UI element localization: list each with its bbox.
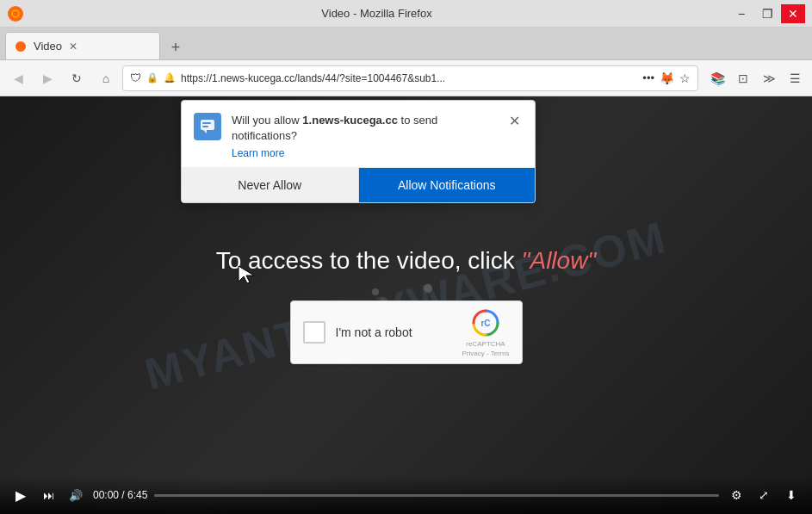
svg-point-2 bbox=[13, 11, 18, 16]
popup-buttons: Never Allow Allow Notifications bbox=[182, 167, 535, 202]
forward-button[interactable]: ▶ bbox=[34, 65, 60, 91]
settings-button[interactable]: ⚙ bbox=[726, 485, 747, 505]
main-content: MYANTISPYWARE.COM To access to the video… bbox=[0, 96, 812, 514]
popup-site: 1.news-kucega.cc bbox=[302, 114, 398, 127]
pocket-icon[interactable]: 🦊 bbox=[660, 71, 674, 85]
tab-favicon bbox=[15, 40, 27, 53]
popup-title-pre: Will you allow bbox=[232, 114, 302, 127]
recaptcha-brand: reCAPTCHA bbox=[466, 340, 505, 348]
notification-popup: Will you allow 1.news-kucega.cc to send … bbox=[181, 100, 536, 203]
video-main-text: To access to the video, click "Allow" bbox=[216, 247, 597, 275]
svg-rect-8 bbox=[202, 122, 211, 124]
recaptcha-label: I'm not a robot bbox=[336, 325, 452, 339]
svg-point-3 bbox=[15, 41, 26, 52]
menu-button[interactable]: ☰ bbox=[783, 66, 807, 90]
title-bar-left bbox=[7, 5, 24, 22]
title-bar: Video - Mozilla Firefox − ❐ ✕ bbox=[0, 0, 812, 28]
progress-bar[interactable] bbox=[154, 494, 719, 497]
fullscreen-button[interactable]: ⤢ bbox=[753, 485, 774, 505]
next-button[interactable]: ⏭ bbox=[38, 485, 59, 505]
controls-right: ⚙ ⤢ ⬇ bbox=[726, 485, 802, 505]
svg-rect-6 bbox=[201, 120, 214, 130]
mute-button[interactable]: 🔊 bbox=[65, 485, 86, 505]
more-icon[interactable]: ••• bbox=[642, 71, 654, 84]
download-button[interactable]: ⬇ bbox=[781, 485, 802, 505]
play-button[interactable]: ▶ bbox=[10, 485, 31, 505]
home-button[interactable]: ⌂ bbox=[93, 65, 119, 91]
window-controls: − ❐ ✕ bbox=[729, 4, 805, 23]
bookmark-icon[interactable]: ☆ bbox=[679, 71, 691, 85]
tab-label: Video bbox=[34, 40, 62, 53]
popup-content: Will you allow 1.news-kucega.cc to send … bbox=[232, 113, 495, 160]
popup-title: Will you allow 1.news-kucega.cc to send … bbox=[232, 113, 495, 144]
allow-notifications-button[interactable]: Allow Notifications bbox=[359, 168, 536, 202]
firefox-icon bbox=[7, 5, 24, 22]
recaptcha-logo: rC bbox=[470, 307, 501, 338]
video-text-prefix: To access to the video, click bbox=[216, 247, 522, 274]
never-allow-button[interactable]: Never Allow bbox=[182, 168, 359, 202]
window-title: Video - Mozilla Firefox bbox=[24, 7, 729, 20]
popup-close-button[interactable]: ✕ bbox=[505, 113, 523, 130]
notification-icon: 🔔 bbox=[164, 72, 176, 84]
popup-learn-more-link[interactable]: Learn more bbox=[232, 147, 284, 159]
reload-button[interactable]: ↻ bbox=[64, 65, 90, 91]
extensions-button[interactable]: ≫ bbox=[757, 66, 781, 90]
sync-button[interactable]: ⊡ bbox=[731, 66, 755, 90]
recaptcha-privacy: Privacy - Terms bbox=[462, 350, 510, 357]
recaptcha-checkbox[interactable] bbox=[303, 321, 325, 344]
tab-close-button[interactable]: ✕ bbox=[69, 40, 77, 53]
library-button[interactable]: 📚 bbox=[705, 66, 729, 90]
minimize-button[interactable]: − bbox=[729, 4, 753, 23]
popup-chat-icon bbox=[194, 113, 221, 140]
recaptcha-box[interactable]: I'm not a robot rC reCAPTCHA Privacy - T… bbox=[290, 300, 523, 364]
url-text: https://1.news-kucega.cc/lands/44/?site=… bbox=[181, 72, 637, 84]
new-tab-button[interactable]: + bbox=[164, 35, 188, 59]
time-display: 00:00 / 6:45 bbox=[93, 489, 147, 501]
svg-rect-9 bbox=[202, 126, 208, 127]
back-button[interactable]: ◀ bbox=[5, 65, 31, 91]
browser-tab[interactable]: Video ✕ bbox=[5, 32, 160, 59]
address-bar[interactable]: 🛡 🔒 🔔 https://1.news-kucega.cc/lands/44/… bbox=[122, 65, 698, 91]
nav-bar: ◀ ▶ ↻ ⌂ 🛡 🔒 🔔 https://1.news-kucega.cc/l… bbox=[0, 60, 812, 96]
recaptcha-logo-area: rC reCAPTCHA Privacy - Terms bbox=[462, 307, 510, 357]
lock-icon: 🔒 bbox=[146, 72, 158, 84]
restore-button[interactable]: ❐ bbox=[755, 4, 779, 23]
popup-header: Will you allow 1.news-kucega.cc to send … bbox=[182, 101, 535, 167]
svg-text:rC: rC bbox=[480, 319, 490, 328]
video-text-allow: "Allow" bbox=[522, 247, 597, 274]
shield-icon: 🛡 bbox=[130, 71, 141, 84]
tab-bar: Video ✕ + bbox=[0, 28, 812, 60]
video-controls-bar: ▶ ⏭ 🔊 00:00 / 6:45 ⚙ ⤢ ⬇ bbox=[0, 476, 812, 514]
svg-marker-7 bbox=[203, 130, 207, 133]
close-button[interactable]: ✕ bbox=[781, 4, 805, 23]
nav-right-icons: 📚 ⊡ ≫ ☰ bbox=[705, 66, 807, 90]
